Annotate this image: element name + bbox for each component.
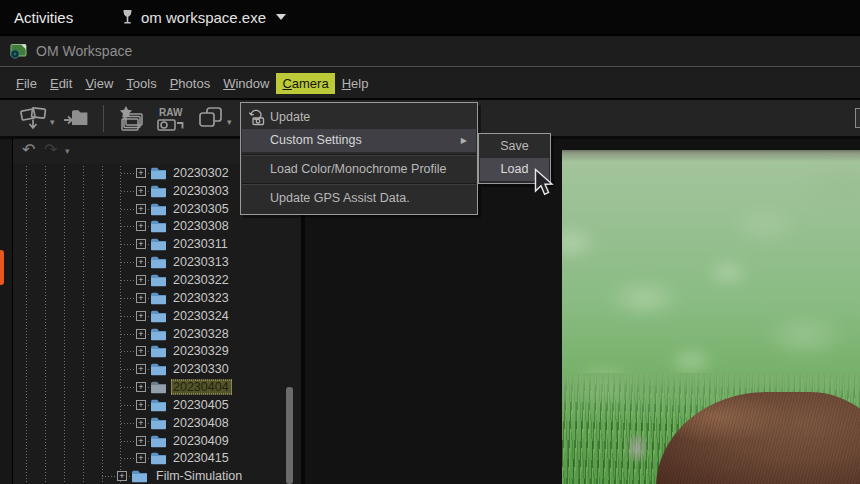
tree-expand-button[interactable]: + bbox=[136, 275, 146, 285]
menubar-item-view[interactable]: View bbox=[79, 73, 119, 94]
menu-item-label: Custom Settings bbox=[270, 133, 362, 147]
tree-expand-button[interactable]: + bbox=[136, 418, 146, 428]
folder-icon bbox=[150, 291, 167, 305]
right-panel-handle[interactable] bbox=[855, 108, 860, 128]
folder-label: 20230328 bbox=[171, 326, 232, 341]
menu-item[interactable]: Custom Settings ▶ bbox=[242, 129, 476, 152]
tree-expand-button[interactable]: + bbox=[136, 453, 146, 463]
undo-history-dropdown-icon[interactable]: ▾ bbox=[65, 146, 70, 156]
marmot-gray-fur bbox=[622, 426, 652, 470]
favorites-stack-icon[interactable] bbox=[117, 105, 147, 134]
menubar-item-file[interactable]: File bbox=[10, 73, 43, 94]
submenu-item[interactable]: Save bbox=[479, 135, 550, 158]
tree-expand-button[interactable]: + bbox=[136, 221, 146, 231]
tree-expand-button[interactable]: + bbox=[117, 471, 127, 481]
svg-text:RAW: RAW bbox=[159, 107, 183, 118]
menu-separator bbox=[242, 154, 476, 156]
wine-glass-icon bbox=[122, 9, 133, 25]
folder-icon bbox=[131, 469, 148, 483]
tree-row[interactable]: + 20230308 bbox=[13, 218, 301, 236]
tree-expand-button[interactable]: + bbox=[136, 400, 146, 410]
folder-icon bbox=[150, 344, 167, 358]
camera-menu-dropdown: Update Custom Settings ▶ Load Color/Mono… bbox=[240, 102, 478, 215]
tree-expand-button[interactable]: + bbox=[136, 186, 146, 196]
tree-scrollbar-thumb[interactable] bbox=[286, 387, 293, 484]
folder-icon bbox=[150, 237, 167, 251]
window-title: OM Workspace bbox=[36, 43, 132, 59]
tree-row[interactable]: + 20230408 bbox=[13, 414, 301, 432]
tree-expand-button[interactable]: + bbox=[136, 346, 146, 356]
tree-row[interactable]: + 20230322 bbox=[13, 271, 301, 289]
app-menu-button[interactable]: om workspace.exe bbox=[122, 0, 286, 34]
window-edge bbox=[0, 139, 13, 484]
folder-icon bbox=[150, 184, 167, 198]
chevron-down-icon bbox=[276, 14, 286, 20]
folder-label: 20230405 bbox=[171, 397, 232, 412]
compare-windows-icon[interactable] bbox=[197, 105, 225, 132]
menu-separator bbox=[242, 183, 476, 185]
folder-icon bbox=[150, 166, 167, 180]
compare-dropdown-icon[interactable]: ▾ bbox=[227, 117, 232, 127]
undo-icon[interactable]: ↶ bbox=[22, 140, 35, 159]
tree-row[interactable]: + 20230329 bbox=[13, 342, 301, 360]
menu-item[interactable]: Update bbox=[241, 106, 477, 129]
tree-row[interactable]: + 20230313 bbox=[13, 253, 301, 271]
menu-item[interactable]: Load Color/Monochrome Profile bbox=[241, 158, 477, 181]
import-dropdown-icon[interactable]: ▾ bbox=[50, 117, 55, 127]
tree-row[interactable]: + 20230311 bbox=[13, 235, 301, 253]
menubar-item-tools[interactable]: Tools bbox=[120, 73, 162, 94]
tree-row[interactable]: + 20230405 bbox=[13, 396, 301, 414]
tree-expand-button[interactable]: + bbox=[136, 204, 146, 214]
folder-label: 20230311 bbox=[171, 237, 231, 252]
submenu-arrow-icon: ▶ bbox=[461, 129, 467, 152]
tree-expand-button[interactable]: + bbox=[136, 436, 146, 446]
folder-icon bbox=[150, 434, 167, 448]
tree-expand-button[interactable]: + bbox=[136, 239, 146, 249]
tree-row[interactable]: + Film-Simulation bbox=[13, 467, 301, 484]
mouse-cursor bbox=[534, 168, 556, 198]
folder-label: 20230329 bbox=[171, 344, 232, 359]
menu-item-label: Update GPS Assist Data. bbox=[270, 191, 410, 205]
titlebar: OM Workspace bbox=[0, 36, 860, 67]
tree-expand-button[interactable]: + bbox=[136, 168, 146, 178]
folder-label: 20230313 bbox=[171, 255, 232, 270]
tree-expand-button[interactable]: + bbox=[136, 364, 146, 374]
tree-expand-button[interactable]: + bbox=[136, 382, 146, 392]
folder-label: Film-Simulation bbox=[154, 469, 245, 484]
om-workspace-app-icon bbox=[10, 43, 27, 59]
folder-icon bbox=[150, 380, 167, 394]
folder-icon bbox=[150, 255, 167, 269]
tree-row[interactable]: + 20230330 bbox=[13, 360, 301, 378]
menubar-item-photos[interactable]: Photos bbox=[164, 73, 216, 94]
tree-row[interactable]: + 20230324 bbox=[13, 307, 301, 325]
tree-expand-button[interactable]: + bbox=[136, 257, 146, 267]
export-to-folder-icon[interactable] bbox=[62, 105, 90, 133]
folder-icon bbox=[150, 309, 167, 323]
tree-expand-button[interactable]: + bbox=[136, 293, 146, 303]
tree-row[interactable]: + 20230415 bbox=[13, 450, 301, 468]
tree-row[interactable]: + 20230409 bbox=[13, 432, 301, 450]
tree-row[interactable]: + 20230328 bbox=[13, 325, 301, 343]
photo-preview[interactable] bbox=[562, 150, 860, 484]
folder-label: 20230308 bbox=[171, 219, 232, 234]
camera-update-icon bbox=[247, 109, 266, 126]
import-photos-icon[interactable] bbox=[19, 105, 49, 135]
folder-icon bbox=[150, 219, 167, 233]
tree-expand-button[interactable]: + bbox=[136, 311, 146, 321]
tree-expand-button[interactable]: + bbox=[136, 329, 146, 339]
menubar-item-camera[interactable]: Camera bbox=[276, 73, 334, 94]
tree-row[interactable]: + 20230404 bbox=[13, 378, 301, 396]
folder-label: 20230404 bbox=[171, 380, 232, 395]
folder-icon bbox=[150, 273, 167, 287]
menubar-item-window[interactable]: Window bbox=[217, 73, 275, 94]
redo-icon: ↷ bbox=[44, 140, 57, 159]
raw-edit-icon[interactable]: RAW bbox=[154, 105, 187, 134]
menubar-item-edit[interactable]: Edit bbox=[44, 73, 78, 94]
activities-button[interactable]: Activities bbox=[14, 9, 73, 26]
menu-item[interactable]: Update GPS Assist Data. bbox=[241, 187, 477, 210]
toolbar-separator bbox=[103, 105, 104, 132]
folder-label: 20230303 bbox=[171, 183, 232, 198]
folder-icon bbox=[150, 416, 167, 430]
tree-row[interactable]: + 20230323 bbox=[13, 289, 301, 307]
menubar-item-help[interactable]: Help bbox=[336, 73, 375, 94]
